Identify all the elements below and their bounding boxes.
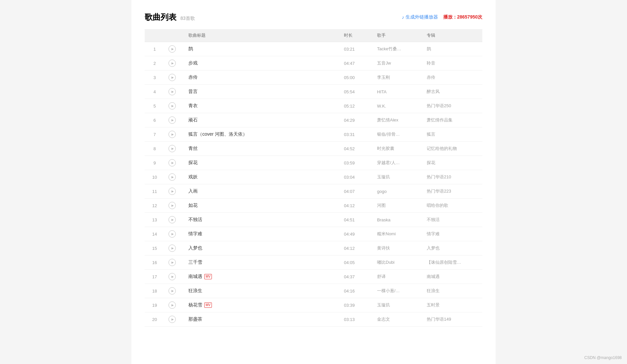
play-button-cell: ▶ — [165, 241, 184, 255]
row-duration: 05:12 — [340, 99, 373, 113]
row-album: 记忆给他的礼物 — [423, 142, 482, 156]
row-index: 5 — [145, 99, 165, 113]
page-header: 歌曲列表 83首歌 生成外链播放器 播放：28657950次 — [145, 7, 482, 29]
row-artist: 萧忆情Alex — [373, 113, 423, 127]
play-icon[interactable]: ▶ — [169, 145, 176, 152]
play-icon[interactable]: ▶ — [169, 188, 176, 195]
row-album: 热门华语149 — [423, 312, 482, 327]
song-title-text: 三千雪 — [188, 259, 202, 265]
row-album: 热门华语210 — [423, 170, 482, 184]
row-index: 15 — [145, 241, 165, 255]
play-button-cell: ▶ — [165, 227, 184, 241]
play-suffix: 次 — [478, 14, 482, 20]
row-artist: 银临/排骨… — [373, 127, 423, 142]
row-index: 1 — [145, 42, 165, 56]
play-icon[interactable]: ▶ — [169, 116, 176, 124]
row-artist: gogo — [373, 184, 423, 199]
mv-badge[interactable]: MV — [204, 274, 212, 279]
row-title: 青丝 — [184, 142, 340, 156]
play-button-cell: ▶ — [165, 199, 184, 213]
play-icon[interactable]: ▶ — [169, 230, 176, 238]
play-button-cell: ▶ — [165, 312, 184, 327]
row-duration: 03:21 — [340, 42, 373, 56]
song-title-text: 青衣 — [188, 103, 198, 109]
row-album: 热门华语250 — [423, 99, 482, 113]
row-duration: 04:49 — [340, 227, 373, 241]
play-icon[interactable]: ▶ — [169, 102, 176, 110]
row-duration: 05:54 — [340, 85, 373, 99]
table-row: 15▶入梦也04:12黄诗扶入梦也 — [145, 241, 482, 255]
row-duration: 04:51 — [340, 213, 373, 227]
play-button-cell: ▶ — [165, 85, 184, 99]
row-index: 8 — [145, 142, 165, 156]
song-title-text: 青丝 — [188, 146, 198, 152]
watermark: CSDN @mango1698 — [584, 355, 622, 360]
table-row: 20▶那盏茶03:13金志文热门华语149 — [145, 312, 482, 327]
row-index: 3 — [145, 70, 165, 85]
row-title: 入画 — [184, 184, 340, 199]
play-icon[interactable]: ▶ — [169, 216, 176, 223]
play-icon[interactable]: ▶ — [169, 245, 176, 252]
row-artist: 黄诗扶 — [373, 241, 423, 255]
play-icon[interactable]: ▶ — [169, 60, 176, 67]
song-title-text: 入画 — [188, 188, 198, 194]
table-row: 11▶入画04:07gogo热门华语223 — [145, 184, 482, 199]
song-title-text: 鹊 — [188, 46, 193, 52]
row-duration: 04:12 — [340, 241, 373, 255]
play-button-cell: ▶ — [165, 70, 184, 85]
play-icon[interactable]: ▶ — [169, 301, 176, 309]
row-album: 五时景 — [423, 298, 482, 312]
table-row: 3▶赤伶05:00李玉刚赤伶 — [145, 70, 482, 85]
row-index: 12 — [145, 199, 165, 213]
table-row: 12▶如花04:12河图唱给你的歌 — [145, 199, 482, 213]
row-duration: 04:07 — [340, 184, 373, 199]
row-index: 19 — [145, 298, 165, 312]
page-title: 歌曲列表 — [145, 12, 176, 23]
table-row: 18▶狂浪生04:16一棵小葱/…狂浪生 — [145, 284, 482, 298]
row-index: 14 — [145, 227, 165, 241]
play-icon[interactable]: ▶ — [169, 173, 176, 181]
row-album: 鹊 — [423, 42, 482, 56]
row-artist: W.K. — [373, 99, 423, 113]
col-header-artist: 歌手 — [373, 29, 423, 42]
row-album: 情字难 — [423, 227, 482, 241]
song-title-text: 赤伶 — [188, 74, 198, 80]
row-artist: Tacke竹桑… — [373, 42, 423, 56]
play-icon[interactable]: ▶ — [169, 316, 176, 323]
play-count-value: 28657950 — [457, 14, 478, 20]
row-duration: 04:52 — [340, 142, 373, 156]
row-title: 三千雪 — [184, 255, 340, 270]
row-artist: 金志文 — [373, 312, 423, 327]
play-button-cell: ▶ — [165, 99, 184, 113]
play-icon[interactable]: ▶ — [169, 74, 176, 81]
play-icon[interactable]: ▶ — [169, 88, 176, 95]
row-artist: 糯米Nomi — [373, 227, 423, 241]
song-title-text: 狐言（cover 河图、洛天依） — [188, 131, 247, 137]
play-icon[interactable]: ▶ — [169, 159, 176, 166]
play-icon[interactable]: ▶ — [169, 202, 176, 209]
row-album: 入梦也 — [423, 241, 482, 255]
table-row: 13▶不独活04:51Braska不独活 — [145, 213, 482, 227]
mv-badge[interactable]: MV — [204, 302, 212, 308]
song-title-text: 情字难 — [188, 231, 202, 237]
row-duration: 04:12 — [340, 199, 373, 213]
row-index: 17 — [145, 270, 165, 284]
play-icon[interactable]: ▶ — [169, 131, 176, 138]
row-duration: 03:31 — [340, 127, 373, 142]
song-title-text: 戏妖 — [188, 174, 198, 180]
row-artist: 河图 — [373, 199, 423, 213]
row-duration: 05:00 — [340, 70, 373, 85]
play-icon[interactable]: ▶ — [169, 287, 176, 295]
generate-link-button[interactable]: 生成外链播放器 — [402, 14, 438, 20]
row-artist: 一棵小葱/… — [373, 284, 423, 298]
table-row: 1▶鹊03:21Tacke竹桑…鹊 — [145, 42, 482, 56]
song-title-text: 南城遇 — [188, 274, 202, 280]
play-button-cell: ▶ — [165, 113, 184, 127]
play-icon[interactable]: ▶ — [169, 273, 176, 280]
song-title-text: 狂浪生 — [188, 288, 202, 294]
play-icon[interactable]: ▶ — [169, 45, 176, 53]
song-count: 83首歌 — [180, 16, 195, 22]
row-duration: 03:13 — [340, 312, 373, 327]
play-icon[interactable]: ▶ — [169, 259, 176, 266]
song-title-text: 不独活 — [188, 217, 202, 223]
